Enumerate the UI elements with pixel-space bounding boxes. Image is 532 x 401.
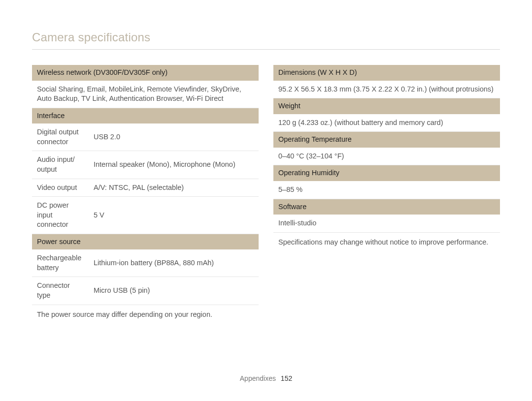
left-spec-table: Wireless network (DV300F/DV305F only) So…: [32, 65, 259, 323]
spec-label: Rechargeable battery: [32, 249, 89, 277]
title-divider: [32, 49, 500, 50]
right-column: Dimensions (W X H X D) 95.2 X 56.5 X 18.…: [273, 65, 500, 323]
table-row: 95.2 X 56.5 X 18.3 mm (3.75 X 2.22 X 0.7…: [273, 81, 500, 98]
spec-label: DC power input connector: [32, 197, 89, 234]
footer-page-number: 152: [281, 374, 292, 382]
table-row: Digital output connector USB 2.0: [32, 123, 259, 151]
table-row: Rechargeable battery Lithium-ion battery…: [32, 249, 259, 277]
spec-value: Intelli-studio: [273, 215, 500, 232]
spec-label: Connector type: [32, 277, 89, 305]
spec-label: Audio input/ output: [32, 151, 89, 179]
content-columns: Wireless network (DV300F/DV305F only) So…: [32, 65, 500, 323]
section-header-label: Wireless network (DV300F/DV305F only): [32, 65, 259, 81]
power-note: The power source may differ depending on…: [32, 305, 259, 323]
section-header-optemp: Operating Temperature: [273, 132, 500, 148]
section-header-label: Power source: [32, 234, 259, 249]
footer-section: Appendixes: [240, 374, 276, 382]
power-note-row: The power source may differ depending on…: [32, 305, 259, 323]
wireless-row: Social Sharing, Email, MobileLink, Remot…: [32, 81, 259, 108]
table-row: Intelli-studio: [273, 215, 500, 232]
section-header-wireless: Wireless network (DV300F/DV305F only): [32, 65, 259, 81]
right-spec-table: Dimensions (W X H X D) 95.2 X 56.5 X 18.…: [273, 65, 500, 251]
table-row: 0–40 °C (32–104 °F): [273, 148, 500, 165]
section-header-label: Operating Temperature: [273, 132, 500, 148]
spec-value: 5–85 %: [273, 181, 500, 199]
section-header-dimensions: Dimensions (W X H X D): [273, 65, 500, 81]
spec-value: 5 V: [89, 197, 259, 234]
spec-value: USB 2.0: [89, 123, 259, 151]
wireless-value: Social Sharing, Email, MobileLink, Remot…: [32, 81, 259, 108]
spec-value: A/V: NTSC, PAL (selectable): [89, 179, 259, 197]
left-column: Wireless network (DV300F/DV305F only) So…: [32, 65, 259, 323]
section-header-label: Dimensions (W X H X D): [273, 65, 500, 81]
section-header-power: Power source: [32, 234, 259, 249]
table-row: DC power input connector 5 V: [32, 197, 259, 234]
spec-value: Internal speaker (Mono), Microphone (Mon…: [89, 151, 259, 179]
table-row: Video output A/V: NTSC, PAL (selectable): [32, 179, 259, 197]
section-header-interface: Interface: [32, 108, 259, 123]
section-header-weight: Weight: [273, 98, 500, 114]
spec-label: Digital output connector: [32, 123, 89, 151]
table-row: Connector type Micro USB (5 pin): [32, 277, 259, 305]
disclaimer-row: Specifications may change without notice…: [273, 232, 500, 251]
section-header-ophum: Operating Humidity: [273, 165, 500, 181]
table-row: 5–85 %: [273, 181, 500, 199]
section-header-label: Software: [273, 199, 500, 215]
spec-value: 95.2 X 56.5 X 18.3 mm (3.75 X 2.22 X 0.7…: [273, 81, 500, 98]
spec-label: Video output: [32, 179, 89, 197]
section-header-label: Operating Humidity: [273, 165, 500, 181]
section-header-label: Interface: [32, 108, 259, 123]
spec-value: Lithium-ion battery (BP88A, 880 mAh): [89, 249, 259, 277]
spec-value: Micro USB (5 pin): [89, 277, 259, 305]
section-header-label: Weight: [273, 98, 500, 114]
table-row: Audio input/ output Internal speaker (Mo…: [32, 151, 259, 179]
section-header-software: Software: [273, 199, 500, 215]
page-footer: Appendixes 152: [0, 374, 532, 382]
table-row: 120 g (4.233 oz.) (without battery and m…: [273, 114, 500, 132]
spec-value: 0–40 °C (32–104 °F): [273, 148, 500, 165]
spec-value: 120 g (4.233 oz.) (without battery and m…: [273, 114, 500, 132]
page-title: Camera specifications: [32, 31, 150, 44]
disclaimer-text: Specifications may change without notice…: [273, 232, 500, 251]
